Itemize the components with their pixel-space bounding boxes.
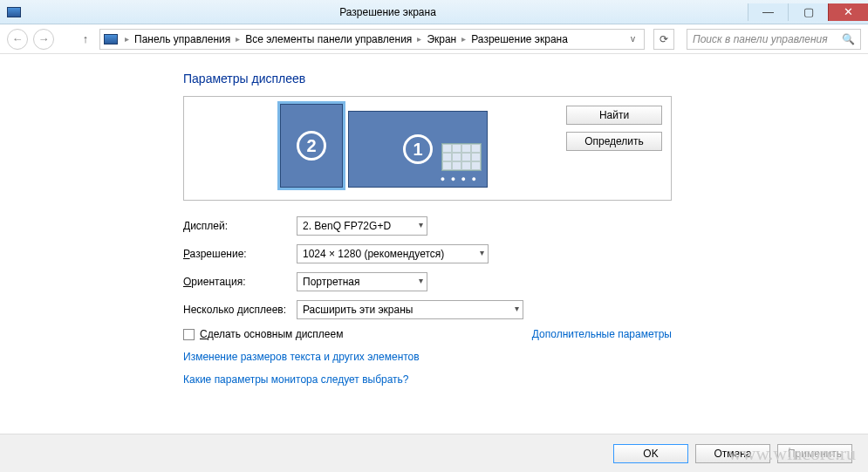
page-title: Параметры дисплеев: [183, 72, 868, 86]
display-select[interactable]: 2. BenQ FP72G+D ▾: [297, 216, 427, 236]
keypad-icon: [441, 143, 482, 171]
navbar: ← → ↑ ▸ Панель управления ▸ Все элементы…: [0, 24, 868, 54]
make-primary-label: Сделать основным дисплеем: [200, 328, 343, 340]
detect-button[interactable]: Определить: [566, 132, 662, 151]
monitor-1[interactable]: 1 ● ● ● ●: [348, 111, 488, 188]
multi-display-select[interactable]: Расширить эти экраны ▾: [297, 300, 523, 319]
maximize-button[interactable]: ▢: [788, 3, 828, 21]
orientation-select[interactable]: Портретная ▾: [297, 272, 427, 291]
find-button[interactable]: Найти: [566, 106, 662, 125]
search-input[interactable]: Поиск в панели управления 🔍: [687, 29, 861, 50]
chevron-down-icon: ▾: [419, 220, 423, 229]
dots-icon: ● ● ● ●: [441, 174, 478, 183]
orientation-value: Портретная: [303, 276, 359, 288]
window-controls: — ▢ ✕: [748, 3, 868, 21]
content-area: Параметры дисплеев 2 1 ● ● ● ● Найти Опр…: [0, 54, 868, 434]
search-icon: 🔍: [842, 33, 855, 45]
close-button[interactable]: ✕: [828, 3, 868, 21]
window-title: Разрешение экрана: [28, 6, 748, 18]
cancel-button[interactable]: Отмена: [695, 444, 770, 463]
dialog-button-bar: OK Отмена Применить: [0, 434, 868, 472]
resolution-select[interactable]: 1024 × 1280 (рекомендуется) ▾: [297, 244, 489, 263]
apply-button: Применить: [777, 444, 852, 463]
chevron-right-icon: ▸: [121, 34, 133, 44]
crumb-item[interactable]: Панель управления: [133, 33, 232, 45]
minimize-button[interactable]: —: [748, 3, 788, 21]
chevron-right-icon: ▸: [232, 34, 243, 44]
monitor-preview-panel: 2 1 ● ● ● ● Найти Определить: [183, 96, 672, 201]
settings-form: Дисплей: 2. BenQ FP72G+D ▾ Разрешение: 1…: [183, 216, 868, 386]
forward-button[interactable]: →: [33, 29, 54, 50]
advanced-settings-link[interactable]: Дополнительные параметры: [532, 328, 672, 340]
resolution-label: Разрешение:: [183, 248, 297, 260]
resolution-value: 1024 × 1280 (рекомендуется): [303, 248, 444, 260]
search-placeholder: Поиск в панели управления: [693, 33, 828, 45]
ok-button[interactable]: OK: [613, 444, 688, 463]
text-size-link[interactable]: Изменение размеров текста и других элеме…: [183, 351, 868, 363]
chevron-down-icon: ▾: [419, 276, 423, 285]
chevron-down-icon: ▾: [515, 304, 519, 313]
multi-value: Расширить эти экраны: [303, 304, 413, 316]
display-label: Дисплей:: [183, 220, 297, 232]
chevron-down-icon: ▾: [480, 248, 484, 257]
multi-label: Несколько дисплеев:: [183, 304, 297, 316]
crumb-item[interactable]: Все элементы панели управления: [243, 33, 413, 45]
titlebar: Разрешение экрана — ▢ ✕: [0, 0, 868, 24]
monitor-number: 2: [297, 131, 326, 161]
make-primary-checkbox[interactable]: [183, 329, 195, 340]
back-button[interactable]: ←: [7, 29, 28, 50]
monitor-2[interactable]: 2: [280, 104, 343, 188]
orientation-label: Ориентация:: [183, 276, 297, 288]
breadcrumb[interactable]: ▸ Панель управления ▸ Все элементы панел…: [99, 29, 645, 50]
control-panel-icon: [104, 34, 118, 44]
chevron-right-icon: ▸: [413, 34, 425, 44]
crumb-item[interactable]: Разрешение экрана: [469, 33, 570, 45]
refresh-button[interactable]: ⟳: [653, 29, 674, 50]
display-value: 2. BenQ FP72G+D: [303, 220, 391, 232]
crumb-item[interactable]: Экран: [425, 33, 458, 45]
monitor-number: 1: [403, 134, 433, 164]
chevron-right-icon: ▸: [458, 34, 469, 44]
up-button[interactable]: ↑: [77, 31, 94, 48]
app-icon: [7, 7, 21, 17]
help-link[interactable]: Какие параметры монитора следует выбрать…: [183, 373, 868, 386]
chevron-down-icon[interactable]: v: [625, 34, 640, 44]
